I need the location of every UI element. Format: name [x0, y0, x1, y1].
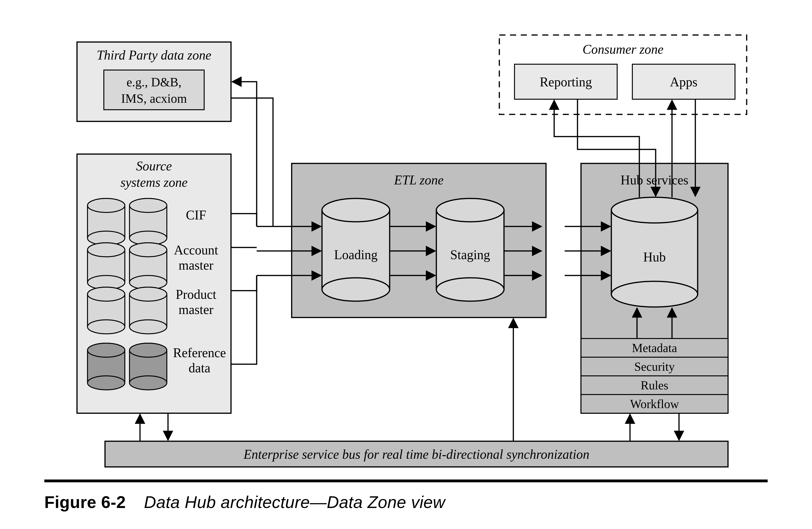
hub-layer-metadata: Metadata [632, 341, 677, 355]
svg-point-33 [130, 376, 167, 390]
hub-db: Hub [611, 197, 698, 307]
source-row-reference-line1: Reference [173, 345, 226, 360]
hub-db-label: Hub [643, 250, 666, 264]
etl-loading-db: Loading [322, 198, 390, 301]
third-party-title: Third Party data zone [97, 48, 211, 62]
consumer-zone: Consumer zone Reporting Apps [499, 35, 747, 114]
svg-point-21 [87, 320, 125, 334]
architecture-diagram: Third Party data zone e.g., D&B, IMS, ac… [0, 0, 812, 529]
svg-point-10 [130, 198, 167, 212]
hub-layer-workflow: Workflow [630, 397, 679, 411]
third-party-example-line2: IMS, acxiom [121, 91, 187, 105]
hub-layers: Metadata Security Rules Workflow [581, 339, 728, 413]
consumer-title: Consumer zone [583, 42, 664, 57]
svg-point-40 [436, 278, 504, 301]
hub-services-zone: Hub services Hub Metadata Security Rules… [581, 163, 728, 413]
svg-point-47 [611, 281, 698, 307]
source-row-product-line2: master [178, 302, 214, 317]
hub-title: Hub services [621, 173, 688, 187]
svg-point-34 [130, 343, 167, 357]
figure-number: Figure 6-2 [44, 493, 126, 512]
enterprise-service-bus: Enterprise service bus for real time bi-… [105, 441, 728, 467]
source-row-cif: CIF [186, 208, 206, 222]
etl-title: ETL zone [394, 173, 444, 187]
etl-staging-label: Staging [450, 247, 490, 262]
svg-point-22 [87, 287, 125, 301]
svg-point-25 [130, 320, 167, 334]
etl-zone: ETL zone Loading Staging [292, 163, 546, 317]
svg-point-6 [87, 198, 125, 212]
etl-loading-label: Loading [334, 247, 378, 262]
svg-point-48 [611, 197, 698, 223]
svg-point-41 [436, 198, 504, 222]
third-party-zone: Third Party data zone e.g., D&B, IMS, ac… [77, 42, 231, 121]
svg-point-30 [87, 343, 125, 357]
svg-point-14 [87, 243, 125, 257]
figure-caption: Figure 6-2 Data Hub architecture—Data Zo… [44, 492, 445, 512]
third-party-example-line1: e.g., D&B, [127, 75, 182, 89]
source-systems-zone: Source systems zone CIF Account [77, 154, 231, 413]
hub-layer-rules: Rules [641, 378, 668, 392]
bus-label: Enterprise service bus for real time bi-… [243, 447, 590, 461]
hub-layer-security: Security [634, 360, 675, 373]
figure-title: Data Hub architecture—Data Zone view [144, 493, 445, 512]
source-row-product-line1: Product [176, 287, 217, 302]
svg-point-26 [130, 287, 167, 301]
svg-point-38 [322, 198, 390, 222]
consumer-reporting: Reporting [540, 75, 592, 89]
source-row-reference-line2: data [189, 361, 210, 375]
source-title-line1: Source [136, 159, 172, 173]
consumer-apps: Apps [670, 75, 697, 89]
etl-staging-db: Staging [436, 198, 504, 301]
svg-point-29 [87, 376, 125, 390]
svg-point-37 [322, 278, 390, 301]
svg-point-18 [130, 243, 167, 257]
source-row-account-line2: master [178, 258, 214, 272]
source-title-line2: systems zone [120, 175, 188, 189]
source-row-account-line1: Account [174, 243, 218, 257]
